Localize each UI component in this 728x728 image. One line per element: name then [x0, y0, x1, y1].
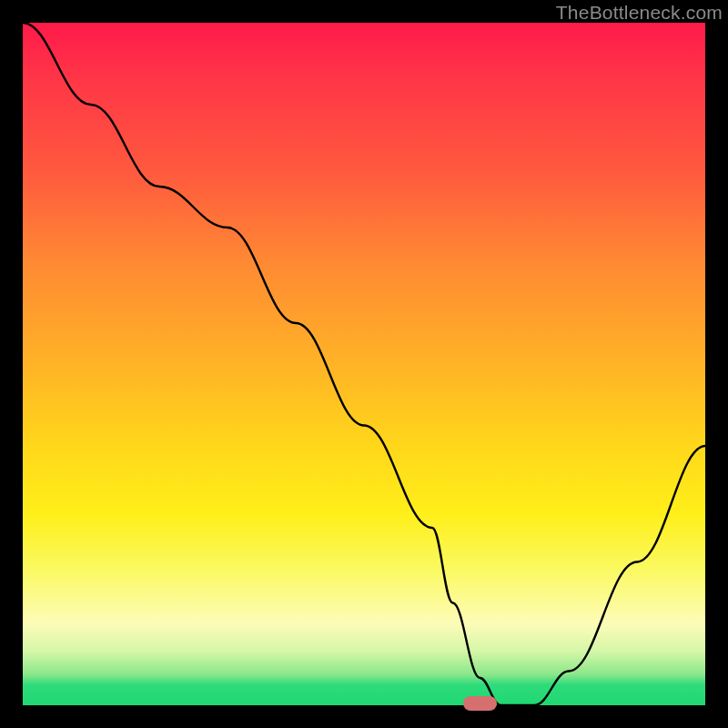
optimal-marker: [463, 696, 498, 711]
watermark-text: TheBottleneck.com: [556, 2, 723, 24]
plot-area: [23, 23, 705, 705]
chart-container: TheBottleneck.com: [0, 0, 728, 728]
bottleneck-curve: [23, 23, 705, 705]
